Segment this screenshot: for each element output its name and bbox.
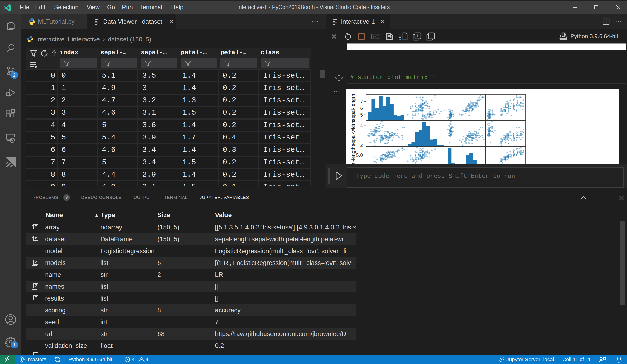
svg-text:4: 4 <box>360 123 363 128</box>
svg-text:7: 7 <box>360 99 363 104</box>
svg-text:2: 2 <box>360 142 363 148</box>
svg-text:sepal-length: sepal-length <box>350 94 356 121</box>
svg-text:5: 5 <box>360 112 363 117</box>
svg-text:(x): (x) <box>372 35 379 39</box>
svg-text:petal-length: petal-length <box>350 146 356 164</box>
svg-text:5.0: 5.0 <box>356 152 363 158</box>
svg-text:6: 6 <box>360 105 363 111</box>
svg-text:sepal-width: sepal-width <box>350 121 356 146</box>
